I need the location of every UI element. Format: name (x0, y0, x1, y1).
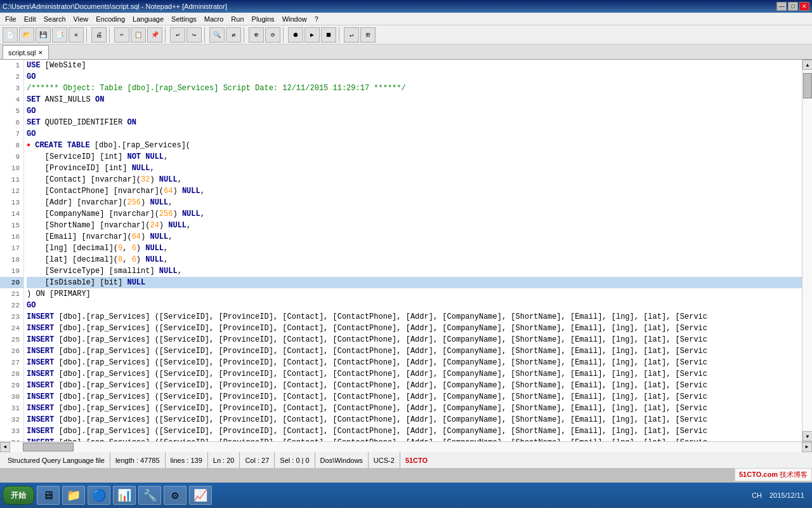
macro-stop-button[interactable]: ⏹ (321, 27, 336, 43)
taskbar-icon-4: 📊 (117, 488, 131, 502)
line-num-8: 8 (0, 140, 23, 151)
menu-edit[interactable]: Edit (20, 13, 40, 25)
menu-settings[interactable]: Settings (167, 13, 200, 25)
hscroll-track[interactable] (10, 442, 802, 452)
watermark: 51CTO.com 技术博客 (735, 468, 812, 481)
title-bar-title: C:\Users\Administrator\Documents\script.… (3, 3, 227, 10)
menu-view[interactable]: View (70, 13, 93, 25)
taskbar-right: CH 2015/12/11 (749, 490, 809, 500)
code-line-9: [ServiceID] [int] NOT NULL, (27, 151, 802, 163)
code-line-21: ) ON [PRIMARY] (27, 288, 802, 300)
find-replace-button[interactable]: ⇄ (226, 27, 241, 43)
close-button[interactable]: ✕ (799, 2, 809, 11)
separator-2 (109, 27, 112, 43)
separator-7 (339, 27, 341, 43)
menu-file[interactable]: File (1, 13, 20, 25)
title-bar: C:\Users\Administrator\Documents\script.… (0, 0, 812, 13)
status-ins: 51CTO (400, 452, 433, 468)
taskbar-item-5[interactable]: 🔧 (138, 486, 161, 505)
menu-encoding[interactable]: Encoding (92, 13, 129, 25)
scroll-right-button[interactable]: ► (802, 442, 812, 452)
code-line-25: INSERT [dbo].[rap_Services] ([ServiceID]… (27, 334, 802, 345)
line-numbers: 1 2 3 4 5 6 7 8 9 10 11 12 13 14 15 16 1… (0, 60, 24, 441)
menu-search[interactable]: Search (40, 13, 70, 25)
line-num-2: 2 (0, 71, 23, 83)
line-num-9: 9 (0, 151, 23, 163)
taskbar-item-7[interactable]: 📈 (189, 486, 212, 505)
code-line-28: INSERT [dbo].[rap_Services] ([ServiceID]… (27, 368, 802, 380)
status-lines: lines : 139 (166, 452, 208, 468)
horizontal-scrollbar[interactable]: ◄ ► (0, 441, 812, 451)
code-line-33: INSERT [dbo].[rap_Services] ([ServiceID]… (27, 425, 802, 437)
print-button[interactable]: 🖨 (91, 27, 107, 43)
menu-language[interactable]: Language (129, 13, 167, 25)
close-button[interactable]: ✕ (69, 27, 84, 43)
open-button[interactable]: 📂 (19, 27, 34, 43)
tab-script-sql[interactable]: script.sql ✕ (3, 45, 49, 59)
scroll-thumb[interactable] (803, 73, 812, 98)
wordwrap-button[interactable]: ↵ (344, 27, 359, 43)
zoom-in-button[interactable]: ⊕ (249, 27, 264, 43)
save-all-button[interactable]: 📑 (52, 27, 67, 43)
macro-play-button[interactable]: ▶ (304, 27, 320, 43)
toolbar: 📄 📂 💾 📑 ✕ 🖨 ✂ 📋 📌 ↩ ↪ 🔍 ⇄ ⊕ ⊖ ⏺ ▶ ⏹ ↵ ⊞ (0, 25, 812, 44)
cut-button[interactable]: ✂ (114, 27, 129, 43)
scroll-left-button[interactable]: ◄ (0, 442, 10, 452)
find-button[interactable]: 🔍 (209, 27, 225, 43)
taskbar-item-2[interactable]: 📁 (62, 486, 85, 505)
line-num-15: 15 (0, 220, 23, 231)
menu-window[interactable]: Window (278, 13, 311, 25)
tab-bar: script.sql ✕ (0, 44, 812, 60)
status-encoding: UCS-2 (369, 452, 400, 468)
taskbar-item-4[interactable]: 📊 (113, 486, 136, 505)
line-num-27: 27 (0, 357, 23, 368)
tab-close-button[interactable]: ✕ (38, 50, 43, 56)
minimize-button[interactable]: — (776, 2, 787, 11)
menu-plugins[interactable]: Plugins (248, 13, 278, 25)
line-num-4: 4 (0, 94, 23, 105)
scroll-up-button[interactable]: ▲ (802, 60, 812, 70)
start-button[interactable]: 开始 (3, 486, 34, 505)
code-line-32: INSERT [dbo].[rap_Services] ([ServiceID]… (27, 414, 802, 425)
line-num-23: 23 (0, 311, 23, 323)
line-num-33: 33 (0, 425, 23, 437)
scroll-down-button[interactable]: ▼ (802, 431, 812, 441)
taskbar-item-3[interactable]: 🔵 (88, 486, 110, 505)
code-line-22: GO (27, 300, 802, 311)
code-line-14: [CompanyName] [nvarchar](256) NULL, (27, 208, 802, 220)
new-button[interactable]: 📄 (3, 27, 18, 43)
line-num-6: 6 (0, 117, 23, 128)
save-button[interactable]: 💾 (36, 27, 51, 43)
menu-run[interactable]: Run (227, 13, 247, 25)
indentguide-button[interactable]: ⊞ (360, 27, 376, 43)
line-num-34: 34 (0, 437, 23, 441)
undo-button[interactable]: ↩ (170, 27, 185, 43)
taskbar-item-1[interactable]: 🖥 (37, 486, 60, 505)
taskbar-icon-7: 📈 (193, 488, 207, 502)
menu-macro[interactable]: Macro (200, 13, 228, 25)
tray-ch[interactable]: CH (749, 490, 764, 500)
zoom-out-button[interactable]: ⊖ (265, 27, 280, 43)
code-line-13: [Addr] [nvarchar](256) NULL, (27, 197, 802, 208)
maximize-button[interactable]: □ (788, 2, 798, 11)
menu-help[interactable]: ? (311, 13, 322, 25)
status-sel: Sel : 0 | 0 (275, 452, 315, 468)
code-line-24: INSERT [dbo].[rap_Services] ([ServiceID]… (27, 323, 802, 334)
hscroll-thumb[interactable] (23, 443, 74, 451)
line-num-29: 29 (0, 380, 23, 391)
separator-1 (86, 27, 89, 43)
line-num-12: 12 (0, 185, 23, 197)
line-num-20: 20 (0, 277, 23, 288)
scroll-track[interactable] (802, 70, 812, 431)
redo-button[interactable]: ↪ (187, 27, 202, 43)
line-num-16: 16 (0, 231, 23, 243)
code-line-6: SET QUOTED_IDENTIFIER ON (27, 117, 802, 128)
code-area[interactable]: USE [WebSite] GO /****** Object: Table [… (24, 60, 802, 441)
line-num-28: 28 (0, 368, 23, 380)
taskbar-item-6[interactable]: ⚙ (164, 486, 187, 505)
copy-button[interactable]: 📋 (131, 27, 146, 43)
paste-button[interactable]: 📌 (147, 27, 162, 43)
code-line-16: [Email] [nvarchar](64) NULL, (27, 231, 802, 243)
vertical-scrollbar[interactable]: ▲ ▼ (802, 60, 812, 441)
macro-rec-button[interactable]: ⏺ (288, 27, 303, 43)
